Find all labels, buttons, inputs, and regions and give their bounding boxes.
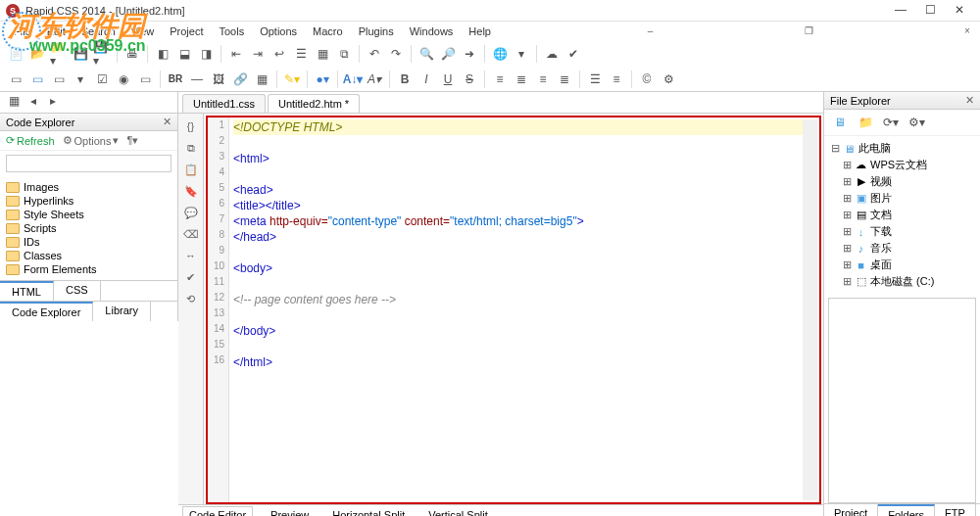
tree-item[interactable]: ⊞▶视频	[830, 173, 974, 190]
filter-icon[interactable]: ¶▾	[126, 134, 138, 147]
expand-all-icon[interactable]: ⧉	[182, 139, 200, 157]
minimize-button[interactable]: —	[886, 1, 915, 21]
tree-item[interactable]: ⊞☁WPS云文档	[830, 157, 974, 173]
bookmark-icon[interactable]: ⧉	[334, 44, 354, 64]
link-icon[interactable]: 🔗	[230, 70, 250, 89]
tab-list-icon[interactable]: ▦	[4, 91, 24, 111]
radio-icon[interactable]: ◉	[114, 70, 133, 89]
select-icon[interactable]: ▾	[71, 70, 90, 89]
child-restore-button[interactable]: ❐	[802, 24, 815, 38]
goto-icon[interactable]: ➜	[460, 44, 479, 64]
file-tab-1[interactable]: Untitled1.css	[182, 94, 266, 113]
special-char-icon[interactable]: ©	[637, 70, 657, 89]
browser-preview-icon[interactable]: 🌐	[490, 44, 510, 64]
tab-code-explorer[interactable]: Code Explorer	[0, 302, 93, 321]
code-editor[interactable]: 1234 5678 9101112 13141516 <!DOCTYPE HTM…	[206, 116, 821, 504]
child-close-button[interactable]: ×	[960, 24, 974, 38]
toggle-right-panel-icon[interactable]: ◨	[196, 44, 216, 64]
tab-vertical-split[interactable]: Vertical Split	[422, 507, 494, 517]
menu-macro[interactable]: Macro	[305, 23, 351, 39]
preview-dropdown-icon[interactable]: ▾	[512, 44, 531, 64]
image-icon[interactable]: 🖼	[209, 70, 228, 89]
align-left-icon[interactable]: ≡	[490, 70, 510, 89]
toggle-bottom-panel-icon[interactable]: ⬓	[174, 44, 194, 64]
font-icon[interactable]: A↓▾	[343, 70, 363, 89]
prev-tab-icon[interactable]: ◂	[24, 91, 43, 111]
highlight-icon[interactable]: ✎▾	[282, 70, 302, 89]
file-tab-2[interactable]: Untitled2.htm *	[268, 94, 360, 113]
child-minimize-button[interactable]: –	[644, 24, 658, 38]
tidy-icon[interactable]: ⟲	[182, 290, 200, 307]
tab-code-editor[interactable]: Code Editor	[182, 506, 253, 516]
font-style-icon[interactable]: A▾	[365, 70, 384, 89]
bold-icon[interactable]: B	[395, 70, 415, 89]
find-icon[interactable]: 🔍	[416, 44, 436, 64]
menu-view[interactable]: View	[123, 23, 163, 39]
tab-project[interactable]: Project	[824, 504, 878, 516]
refresh-button[interactable]: ⟳Refresh	[6, 134, 55, 147]
toggle-left-panel-icon[interactable]: ◧	[153, 44, 172, 64]
computer-icon[interactable]: 🖥	[830, 113, 850, 132]
menu-windows[interactable]: Windows	[402, 23, 462, 39]
comment-icon[interactable]: 💬	[182, 204, 200, 221]
tab-library[interactable]: Library	[93, 302, 151, 321]
tree-item-ids[interactable]: IDs	[6, 235, 172, 249]
close-button[interactable]: ✕	[945, 1, 974, 21]
close-panel-icon[interactable]: ✕	[163, 116, 172, 128]
settings-icon[interactable]: ⚙▾	[906, 113, 926, 132]
tab-ftp[interactable]: FTP	[935, 504, 976, 516]
list-ul-icon[interactable]: ☰	[585, 70, 605, 89]
menu-options[interactable]: Options	[252, 23, 305, 39]
button-icon[interactable]: ▭	[135, 70, 155, 89]
tree-item[interactable]: ⊞▣图片	[830, 190, 974, 207]
outline-icon[interactable]: 📋	[182, 161, 200, 178]
tab-folders[interactable]: Folders	[878, 504, 935, 516]
tree-item-hyperlinks[interactable]: Hyperlinks	[6, 194, 172, 208]
tree-item-images[interactable]: Images	[6, 180, 172, 194]
menu-project[interactable]: Project	[162, 23, 211, 39]
collapse-all-icon[interactable]: {}	[182, 117, 200, 135]
line-numbers-icon[interactable]: ☰	[291, 44, 311, 64]
menu-edit[interactable]: Edit	[39, 23, 74, 39]
tree-item[interactable]: ⊞■桌面	[830, 257, 974, 273]
input-icon[interactable]: ▭	[27, 70, 47, 89]
hr-icon[interactable]: —	[187, 70, 207, 89]
replace-icon[interactable]: 🔎	[438, 44, 458, 64]
tree-item-stylesheets[interactable]: Style Sheets	[6, 208, 172, 221]
strike-icon[interactable]: S	[460, 70, 479, 89]
tree-item-scripts[interactable]: Scripts	[6, 221, 172, 235]
underline-icon[interactable]: U	[438, 70, 458, 89]
redo-icon[interactable]: ↷	[386, 44, 406, 64]
form-icon[interactable]: ▭	[6, 70, 25, 89]
options-button[interactable]: ⚙Options▾	[63, 134, 120, 147]
uncomment-icon[interactable]: ⌫	[182, 225, 200, 243]
undo-icon[interactable]: ↶	[365, 44, 384, 64]
table-icon[interactable]: ▦	[252, 70, 271, 89]
search-input[interactable]	[6, 155, 172, 172]
save-as-icon[interactable]: 💾▾	[92, 44, 112, 64]
bookmark-toggle-icon[interactable]: 🔖	[182, 182, 200, 200]
tab-css[interactable]: CSS	[54, 281, 101, 301]
word-wrap-icon[interactable]: ↩	[270, 44, 289, 64]
tab-html[interactable]: HTML	[0, 281, 54, 301]
br-button[interactable]: BR	[166, 70, 185, 89]
align-justify-icon[interactable]: ≣	[555, 70, 574, 89]
color-picker-icon[interactable]: ●▾	[313, 70, 332, 89]
menu-search[interactable]: Search	[74, 23, 123, 39]
tab-preview[interactable]: Preview	[265, 507, 315, 517]
open-dropdown-icon[interactable]: 📁▾	[49, 44, 69, 64]
tab-horizontal-split[interactable]: Horizontal Split	[326, 507, 411, 517]
tree-item-classes[interactable]: Classes	[6, 249, 172, 262]
checkbox-icon[interactable]: ☑	[92, 70, 112, 89]
goto-line-icon[interactable]: ↔	[182, 247, 200, 264]
spell-check-icon[interactable]: ✔	[182, 268, 200, 286]
css-wizard-icon[interactable]: ⚙	[659, 70, 678, 89]
editor-scrollbar[interactable]	[803, 119, 817, 500]
list-ol-icon[interactable]: ≡	[607, 70, 626, 89]
tree-item[interactable]: ⊞⬚本地磁盘 (C:)	[830, 273, 974, 290]
indent-right-icon[interactable]: ⇥	[248, 44, 268, 64]
tree-item[interactable]: ⊞♪音乐	[830, 240, 974, 257]
tree-root[interactable]: ⊟🖥此电脑	[830, 140, 974, 157]
align-center-icon[interactable]: ≣	[512, 70, 531, 89]
menu-help[interactable]: Help	[461, 23, 499, 39]
